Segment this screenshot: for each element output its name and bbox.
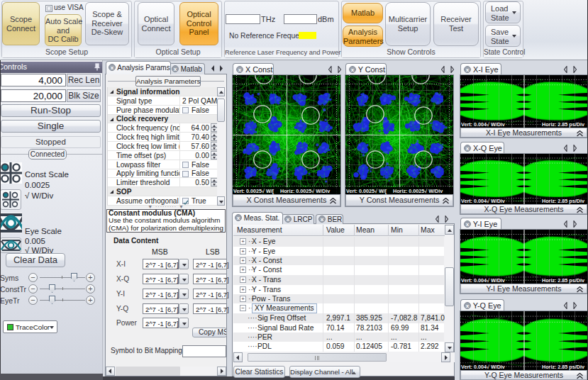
svg-text:Horiz: 2.85 ps/Div: Horiz: 2.85 ps/Div — [542, 121, 584, 128]
svg-text:Horiz: 2.85 ps/Div: Horiz: 2.85 ps/Div — [542, 198, 584, 204]
svg-text:Vert: 0.0025√ W/[: Vert: 0.0025√ W/[ — [346, 188, 387, 194]
svg-text:Vert: 0.0025√ W/[: Vert: 0.0025√ W/[ — [233, 188, 274, 194]
svg-text:Vert: 0.004√ W/Div: Vert: 0.004√ W/Div — [461, 121, 505, 128]
svg-text:Vert: 0.004√ W/Div: Vert: 0.004√ W/Div — [461, 198, 505, 204]
svg-text:Horiz: 2.85 ps/Div: Horiz: 2.85 ps/Div — [542, 277, 584, 284]
svg-text:Horiz: 0.0025√ W/Div: Horiz: 0.0025√ W/Div — [280, 188, 330, 194]
svg-text:Vert: 0.004√ W/Div: Vert: 0.004√ W/Div — [461, 364, 505, 370]
svg-text:Horiz: 2.85 ps/Div: Horiz: 2.85 ps/Div — [542, 364, 584, 370]
svg-text:Vert: 0.004√ W/Div: Vert: 0.004√ W/Div — [461, 277, 505, 284]
svg-text:Horiz: 0.0025√ W/Div: Horiz: 0.0025√ W/Div — [393, 188, 443, 194]
